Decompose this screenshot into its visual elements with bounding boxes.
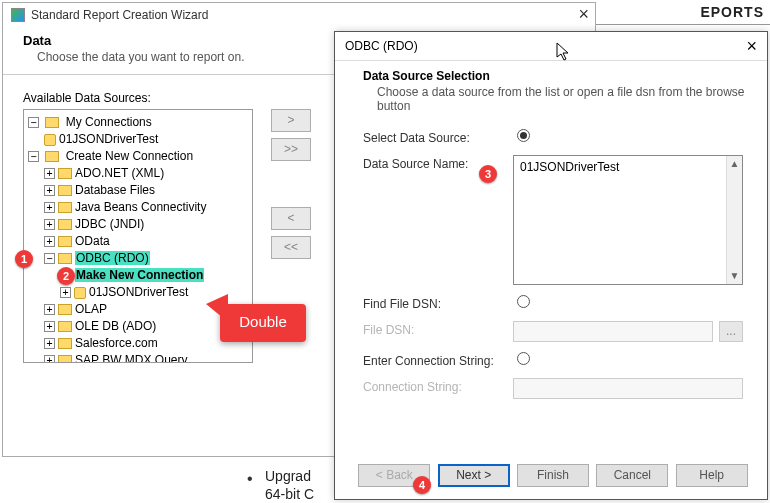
badge-3: 3 xyxy=(479,165,497,183)
odbc-help-button[interactable]: Help xyxy=(676,464,748,487)
expander-icon[interactable]: − xyxy=(44,253,55,264)
tree-node-jdbc[interactable]: JDBC (JNDI) xyxy=(75,217,144,231)
file-dsn-input xyxy=(513,321,713,342)
expander-icon[interactable]: + xyxy=(60,287,71,298)
folder-icon xyxy=(45,117,59,128)
tree-node-java-beans[interactable]: Java Beans Connectivity xyxy=(75,200,206,214)
odbc-next-button[interactable]: Next > xyxy=(438,464,510,487)
folder-icon xyxy=(58,236,72,247)
expander-icon[interactable]: + xyxy=(44,236,55,247)
folder-icon xyxy=(58,168,72,179)
data-sources-tree[interactable]: − My Connections 01JSONDriverTest − Crea… xyxy=(23,109,253,363)
folder-icon xyxy=(58,338,72,349)
list-item[interactable]: 01JSONDriverTest xyxy=(520,160,619,174)
add-button[interactable]: > xyxy=(271,109,311,132)
scroll-down-icon[interactable]: ▼ xyxy=(727,268,742,284)
tree-node-salesforce[interactable]: Salesforce.com xyxy=(75,336,158,350)
expander-icon[interactable]: − xyxy=(28,151,39,162)
odbc-title-text: ODBC (RDO) xyxy=(345,39,418,53)
enter-connection-string-radio[interactable] xyxy=(517,352,530,365)
move-buttons: > >> < << xyxy=(271,109,311,265)
odbc-section-title: Data Source Selection xyxy=(363,69,747,83)
badge-4: 4 xyxy=(413,476,431,494)
odbc-finish-button[interactable]: Finish xyxy=(517,464,589,487)
badge-1: 1 xyxy=(15,250,33,268)
expander-icon[interactable]: + xyxy=(44,185,55,196)
bullet-icon: • xyxy=(247,470,253,488)
double-callout: Double xyxy=(220,304,306,342)
find-file-dsn-label: Find File DSN: xyxy=(363,295,513,311)
tree-node-01jsondrivertest-2[interactable]: 01JSONDriverTest xyxy=(89,285,188,299)
folder-icon xyxy=(58,253,72,264)
select-data-source-label: Select Data Source: xyxy=(363,129,513,145)
folder-icon xyxy=(58,355,72,363)
tree-node-sap-bw[interactable]: SAP BW MDX Query xyxy=(75,353,187,363)
badge-2: 2 xyxy=(57,267,75,285)
remove-button[interactable]: < xyxy=(271,207,311,230)
tree-node-make-new-connection[interactable]: Make New Connection xyxy=(75,268,204,282)
expander-icon[interactable]: − xyxy=(28,117,39,128)
wizard-app-icon xyxy=(11,8,25,22)
select-data-source-radio[interactable] xyxy=(517,129,530,142)
datasource-icon xyxy=(44,134,56,146)
odbc-dialog: ODBC (RDO) × Data Source Selection Choos… xyxy=(334,31,768,500)
folder-icon xyxy=(58,321,72,332)
enter-connection-string-label: Enter Connection String: xyxy=(363,352,513,368)
odbc-cancel-button[interactable]: Cancel xyxy=(596,464,668,487)
expander-icon[interactable]: + xyxy=(44,355,55,363)
double-callout-text: Double xyxy=(220,304,306,330)
file-dsn-browse-button[interactable]: ... xyxy=(719,321,743,342)
wizard-titlebar: Standard Report Creation Wizard × xyxy=(3,3,595,27)
expander-icon[interactable]: + xyxy=(44,202,55,213)
folder-icon xyxy=(58,185,72,196)
tree-node-odbc[interactable]: ODBC (RDO) xyxy=(75,251,150,265)
background-text-upgrade: Upgrad xyxy=(265,468,311,484)
expander-icon[interactable]: + xyxy=(44,168,55,179)
find-file-dsn-radio[interactable] xyxy=(517,295,530,308)
tree-node-olap[interactable]: OLAP xyxy=(75,302,107,316)
connection-string-input xyxy=(513,378,743,399)
tree-node-my-connections[interactable]: My Connections xyxy=(66,115,152,129)
remove-all-button[interactable]: << xyxy=(271,236,311,259)
connection-string-label: Connection String: xyxy=(363,378,513,394)
expander-icon[interactable]: + xyxy=(44,304,55,315)
folder-icon xyxy=(58,219,72,230)
tree-node-oledb[interactable]: OLE DB (ADO) xyxy=(75,319,156,333)
odbc-close-icon[interactable]: × xyxy=(746,39,757,53)
folder-icon xyxy=(45,151,59,162)
tree-node-database-files[interactable]: Database Files xyxy=(75,183,155,197)
folder-icon xyxy=(58,202,72,213)
tree-node-odata[interactable]: OData xyxy=(75,234,110,248)
odbc-section-desc: Choose a data source from the list or op… xyxy=(377,85,747,113)
expander-icon[interactable]: + xyxy=(44,338,55,349)
data-source-name-list[interactable]: 01JSONDriverTest ▲ ▼ xyxy=(513,155,743,285)
folder-icon xyxy=(58,304,72,315)
tree-node-adonet[interactable]: ADO.NET (XML) xyxy=(75,166,164,180)
list-scrollbar[interactable]: ▲ ▼ xyxy=(726,156,742,284)
background-text-64bit: 64-bit C xyxy=(265,486,314,502)
datasource-icon xyxy=(74,287,86,299)
add-all-button[interactable]: >> xyxy=(271,138,311,161)
tree-node-create-new-connection[interactable]: Create New Connection xyxy=(66,149,193,163)
background-tab-text: EPORTS xyxy=(700,4,764,20)
wizard-close-icon[interactable]: × xyxy=(578,5,589,23)
expander-icon[interactable]: + xyxy=(44,321,55,332)
expander-icon[interactable]: + xyxy=(44,219,55,230)
file-dsn-label: File DSN: xyxy=(363,321,513,337)
scroll-up-icon[interactable]: ▲ xyxy=(727,156,742,172)
wizard-title-text: Standard Report Creation Wizard xyxy=(31,8,208,22)
mouse-cursor-icon xyxy=(556,42,572,62)
tree-node-01jsondrivertest[interactable]: 01JSONDriverTest xyxy=(59,132,158,146)
